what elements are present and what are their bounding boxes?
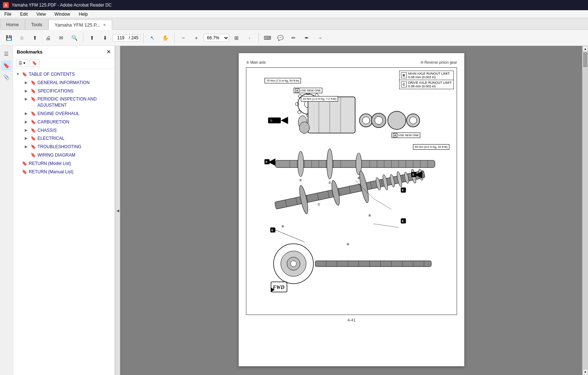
bookmark-return-model[interactable]: 🔖 RETURN (Model List) <box>13 159 115 168</box>
title-bar: A Yamaha YFM 125.PDF - Adobe Acrobat Rea… <box>0 0 588 10</box>
tab-tools[interactable]: Tools <box>25 19 48 29</box>
share-button[interactable]: → <box>314 32 326 44</box>
next-page-button[interactable]: ⬇ <box>99 32 111 44</box>
svg-line-106 <box>275 230 305 242</box>
sign-button[interactable]: ✒ <box>301 32 313 44</box>
highlight-button[interactable]: ✏ <box>288 32 299 44</box>
header-right-label: ⑩ Reverse pinion gear <box>420 60 457 64</box>
tab-close-icon[interactable]: ✕ <box>103 23 106 27</box>
bookmark-carburetion[interactable]: ▶ 🔖 CARBURETION <box>13 118 115 126</box>
zoom-in-button[interactable]: + <box>191 32 202 44</box>
svg-point-22 <box>375 117 383 125</box>
svg-text:⑨: ⑨ <box>281 225 284 228</box>
bookmarks-header: Bookmarks ✕ <box>13 46 115 58</box>
svg-text:E: E <box>402 220 404 223</box>
page-separator: / 245 <box>129 35 139 40</box>
bookmark-general-label: GENERAL INFORMATION <box>37 80 112 86</box>
bookmark-chassis-label: CHASSIS <box>37 127 112 134</box>
scroll-thumb[interactable] <box>583 52 587 67</box>
info-letter-b: B <box>401 72 407 78</box>
svg-rect-23 <box>388 111 406 130</box>
bookmark-periodic[interactable]: ▶ 🔖 PERIODIC INSPECTION AND ADJUSTMENT <box>13 95 115 110</box>
menu-help[interactable]: Help <box>78 11 90 17</box>
scroll-track[interactable] <box>583 52 588 369</box>
attachments-button[interactable]: 📎 <box>1 72 12 82</box>
svg-text:E: E <box>266 160 267 163</box>
bookmark-icon: 🔖 <box>31 119 36 125</box>
page-number: 4-41 <box>246 318 457 322</box>
bookmark-icon: 🔖 <box>31 88 36 94</box>
tab-document[interactable]: Yamaha YFM 125.P... ✕ <box>48 20 112 30</box>
bookmark-electrical[interactable]: ▶ 🔖 ELECTRICAL <box>13 134 115 143</box>
close-bookmarks-button[interactable]: ✕ <box>107 49 111 55</box>
menu-window[interactable]: Window <box>53 11 72 17</box>
info-box: B MAIN AXLE RUNOUT LIMIT:0.08 mm (0.003 … <box>399 71 454 89</box>
thumbnails-button[interactable]: ☰ <box>1 49 12 59</box>
menu-edit[interactable]: Edit <box>19 11 29 17</box>
bookmarks-expand-button[interactable]: ☰ ▾ <box>16 59 28 67</box>
expand-icon: ▶ <box>25 145 29 149</box>
scroll-down-button[interactable]: ▼ <box>583 369 588 375</box>
bookmark-troubleshooting-label: TROUBLESHOOTING <box>37 144 112 150</box>
bookmark-general-info[interactable]: ▶ 🔖 GENERAL INFORMATION <box>13 79 115 87</box>
bookmark-return-manual[interactable]: 🔖 RETURN (Manual List) <box>13 168 115 176</box>
bookmarks-button[interactable]: 🔖 <box>1 60 12 71</box>
header-left-label: ⑤ Main axle <box>246 60 266 64</box>
toolbar-divider-4 <box>258 33 259 43</box>
bookmark-wiring[interactable]: 🔖 WIRING DIAGRAM <box>13 151 115 159</box>
zoom-out-button[interactable]: − <box>178 32 189 44</box>
hand-tool-button[interactable]: ✋ <box>160 32 171 44</box>
bookmark-icon: 🔖 <box>31 96 36 102</box>
upload-button[interactable]: ⬆ <box>29 32 41 44</box>
bookmark-specs-label: SPECIFICATIONS <box>37 88 112 94</box>
cursor-button[interactable]: ↖ <box>147 32 158 44</box>
tab-tools-label: Tools <box>31 22 42 27</box>
print-button[interactable]: 🖨 <box>42 32 54 44</box>
zoom-select[interactable]: 66.7% 50% 75% 100% 125% 150% <box>204 34 229 42</box>
page-number-input[interactable] <box>114 35 127 40</box>
bookmarks-options-button[interactable]: 🔖 <box>29 59 40 67</box>
bookmark-specifications[interactable]: ▶ 🔖 SPECIFICATIONS <box>13 87 115 95</box>
fit-page-button2[interactable]: ↓ <box>244 32 255 44</box>
fit-page-button[interactable]: ⊞ <box>231 32 242 44</box>
expand-icon: ▼ <box>16 72 20 76</box>
svg-line-112 <box>373 224 399 228</box>
pdf-page: ⑤ Main axle ⑩ Reverse pinion gear B MAIN… <box>239 53 464 366</box>
page-content: ⑤ Main axle ⑩ Reverse pinion gear B MAIN… <box>246 60 457 359</box>
prev-page-button[interactable]: ⬆ <box>86 32 98 44</box>
bookmark-troubleshooting[interactable]: ▶ 🔖 TROUBLESHOOTING <box>13 143 115 151</box>
search-button[interactable]: 🔍 <box>68 32 80 44</box>
bookmarks-title: Bookmarks <box>17 49 43 55</box>
svg-text:⑩: ⑩ <box>346 242 349 246</box>
svg-text:⑤: ⑤ <box>328 181 331 185</box>
bookmark-toc[interactable]: ▼ 🔖 TABLE OF CONTENTS <box>13 70 115 79</box>
bookmark-icon: 🔖 <box>31 111 36 116</box>
svg-text:⑧: ⑧ <box>368 214 371 217</box>
toolbar: 💾 ☆ ⬆ 🖨 ✉ 🔍 ⬆ ⬇ / 245 ↖ ✋ − + 66.7% 50% … <box>0 30 588 46</box>
tab-bar: Home Tools Yamaha YFM 125.P... ✕ <box>0 18 588 30</box>
info-row-c: C DRIVE AXLE RUNOUT LIMIT:0.08 mm (0.003… <box>400 80 453 89</box>
diagram-svg: ① <box>246 68 457 315</box>
scroll-up-button[interactable]: ▲ <box>583 46 588 52</box>
toolbar-divider-1 <box>83 33 83 43</box>
svg-point-50 <box>327 149 333 179</box>
svg-text:④: ④ <box>299 178 302 182</box>
bookmark-electrical-label: ELECTRICAL <box>37 135 112 142</box>
svg-text:E: E <box>271 229 273 232</box>
menu-file[interactable]: File <box>3 11 13 17</box>
save-button[interactable]: 💾 <box>3 32 15 44</box>
mail-button[interactable]: ✉ <box>55 32 67 44</box>
menu-view[interactable]: View <box>35 11 47 17</box>
pdf-content-area: ⑤ Main axle ⑩ Reverse pinion gear B MAIN… <box>121 46 582 375</box>
bookmark-button[interactable]: ☆ <box>16 32 28 44</box>
bookmark-chassis[interactable]: ▶ 🔖 CHASSIS <box>13 126 115 135</box>
svg-point-20 <box>362 117 370 124</box>
svg-text:①: ① <box>270 119 273 122</box>
comment-button[interactable]: 💬 <box>275 32 286 44</box>
callout-10nm: 10 Nm (1.0 m·kg, 7.2 ft·lb) <box>301 96 338 102</box>
bookmark-engine[interactable]: ▶ 🔖 ENGINE OVERHAUL <box>13 110 115 118</box>
info-text-c: DRIVE AXLE RUNOUT LIMIT:0.08 mm (0.003 i… <box>408 81 452 88</box>
keyboard-button[interactable]: ⌨ <box>262 32 273 44</box>
tab-home[interactable]: Home <box>0 19 25 29</box>
svg-point-25 <box>409 117 417 124</box>
